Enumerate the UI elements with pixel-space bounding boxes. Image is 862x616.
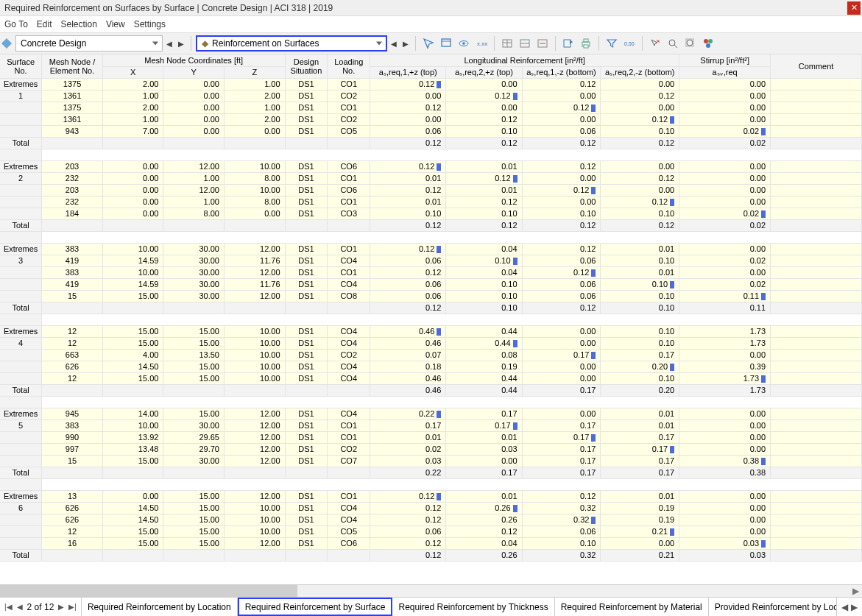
cell[interactable]: 0.06: [522, 255, 601, 266]
cell[interactable]: 0.12: [370, 243, 446, 255]
row-header[interactable]: Total: [0, 467, 42, 478]
precision-icon[interactable]: 0,00: [621, 35, 637, 52]
scroll-right-arrow[interactable]: ▶: [849, 585, 862, 597]
cell[interactable]: 30.00: [163, 266, 225, 278]
footer-tab[interactable]: Required Reinforcement by Material: [555, 598, 709, 616]
cell[interactable]: 0.00: [446, 78, 522, 90]
cell[interactable]: 0.17: [522, 431, 601, 443]
view-icon[interactable]: [456, 35, 472, 52]
row-header[interactable]: [0, 372, 42, 384]
cell[interactable]: [771, 172, 862, 184]
cell[interactable]: CO4: [328, 361, 370, 372]
cell[interactable]: 0.26: [446, 514, 522, 525]
cell[interactable]: 15.00: [163, 361, 225, 372]
print-icon[interactable]: [578, 35, 594, 52]
cell[interactable]: 0.17: [522, 443, 601, 455]
cell[interactable]: [771, 125, 862, 137]
cell[interactable]: 0.00: [601, 160, 679, 172]
row-header[interactable]: 5: [0, 419, 42, 431]
cell[interactable]: 15.00: [102, 455, 163, 467]
cell[interactable]: 0.39: [679, 361, 771, 372]
cell[interactable]: 0.12: [446, 219, 522, 231]
cell[interactable]: 0.04: [446, 537, 522, 549]
cell[interactable]: 8.00: [163, 208, 225, 219]
cell[interactable]: 15.00: [102, 372, 163, 384]
cell[interactable]: 12.00: [224, 408, 285, 419]
cell[interactable]: 15.00: [102, 537, 163, 549]
cell[interactable]: [771, 349, 862, 361]
row-header[interactable]: Total: [0, 549, 42, 561]
cell[interactable]: 14.00: [102, 408, 163, 419]
main-prev[interactable]: ◀: [164, 35, 174, 52]
cell[interactable]: 0.11: [679, 290, 771, 302]
cell[interactable]: 2.00: [224, 90, 285, 102]
cell[interactable]: 0.06: [522, 125, 601, 137]
cell[interactable]: [771, 514, 862, 525]
cell[interactable]: [771, 361, 862, 372]
cell[interactable]: 0.03: [446, 443, 522, 455]
col-surface[interactable]: SurfaceNo.: [0, 54, 42, 78]
cell[interactable]: [771, 243, 862, 255]
cell[interactable]: 0.12: [522, 137, 601, 149]
cell[interactable]: 0.00: [370, 90, 446, 102]
row-header[interactable]: Extremes: [0, 243, 42, 255]
cell[interactable]: DS1: [285, 361, 328, 372]
cell[interactable]: 0.32: [522, 502, 601, 514]
cell[interactable]: 12: [42, 525, 103, 537]
cell[interactable]: DS1: [285, 102, 328, 113]
row-header[interactable]: [0, 113, 42, 125]
cell[interactable]: 0.00: [224, 208, 285, 219]
cell[interactable]: 30.00: [163, 455, 225, 467]
cell[interactable]: 0.01: [601, 490, 679, 502]
window-icon[interactable]: [438, 35, 454, 52]
table-icon[interactable]: [499, 35, 515, 52]
cell[interactable]: 0.00: [679, 90, 771, 102]
cell[interactable]: 8.00: [224, 196, 285, 208]
cell[interactable]: 0.10: [601, 208, 679, 219]
cell[interactable]: 0.17: [601, 431, 679, 443]
cell[interactable]: 0.46: [370, 337, 446, 349]
cell[interactable]: 0.10: [446, 208, 522, 219]
cell[interactable]: 0.12: [370, 266, 446, 278]
cell[interactable]: 0.22: [370, 408, 446, 419]
cell[interactable]: 12: [42, 337, 103, 349]
cell[interactable]: 14.50: [102, 361, 163, 372]
cell[interactable]: 0.00: [679, 113, 771, 125]
cell[interactable]: 383: [42, 419, 103, 431]
cell[interactable]: 0.00: [522, 408, 601, 419]
col-comment[interactable]: Comment: [771, 54, 862, 78]
cell[interactable]: CO4: [328, 325, 370, 337]
row-header[interactable]: [0, 361, 42, 372]
cell[interactable]: 0.12: [446, 172, 522, 184]
cell[interactable]: 0.00: [163, 78, 225, 90]
cell[interactable]: CO2: [328, 113, 370, 125]
cell[interactable]: CO4: [328, 278, 370, 290]
select-member-icon[interactable]: [420, 35, 437, 52]
cell[interactable]: 0.06: [522, 525, 601, 537]
cell[interactable]: 0.12: [370, 490, 446, 502]
cell[interactable]: 0.17: [601, 455, 679, 467]
cell[interactable]: 12.00: [224, 537, 285, 549]
sub-category-dropdown[interactable]: ◆ Reinforcement on Surfaces: [196, 35, 387, 52]
cell[interactable]: 7.00: [102, 125, 163, 137]
cell[interactable]: 0.10: [446, 278, 522, 290]
main-next[interactable]: ▶: [176, 35, 186, 52]
cell[interactable]: 1361: [42, 113, 103, 125]
cell[interactable]: 15: [42, 455, 103, 467]
cell[interactable]: 0.00: [522, 325, 601, 337]
cell[interactable]: 4.00: [102, 349, 163, 361]
cell[interactable]: 12.00: [224, 266, 285, 278]
row-header[interactable]: 2: [0, 172, 42, 184]
cell[interactable]: CO1: [328, 78, 370, 90]
cell[interactable]: 0.12: [446, 196, 522, 208]
menu-edit[interactable]: Edit: [37, 19, 52, 29]
cell[interactable]: 0.00: [601, 537, 679, 549]
cell[interactable]: 232: [42, 196, 103, 208]
row-header[interactable]: [0, 537, 42, 549]
cell[interactable]: [771, 102, 862, 113]
cell[interactable]: 0.03: [679, 549, 771, 561]
cell[interactable]: 990: [42, 431, 103, 443]
cell[interactable]: 1.00: [224, 78, 285, 90]
cell[interactable]: DS1: [285, 160, 328, 172]
cell[interactable]: CO2: [328, 349, 370, 361]
